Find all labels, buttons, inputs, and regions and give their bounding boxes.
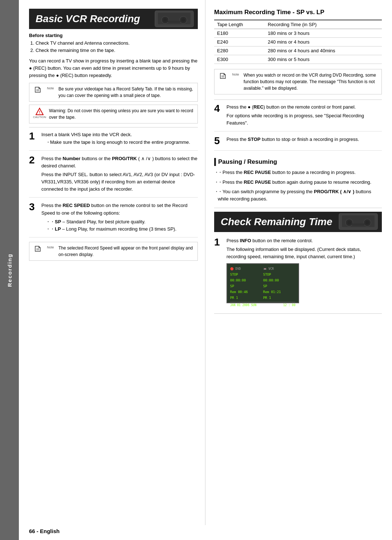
note-box-3: Note When you watch or record on the VCR… [214,69,382,94]
note-icon-2 [33,245,42,253]
screen-vcr-icon: 📼 VCR [263,267,295,271]
table-row: E300 300 mins or 5 hours [214,55,382,64]
check-banner-graphic [335,212,378,232]
step-3-bullet-lp: ・LP – Long Play, for maximum recording t… [46,226,198,233]
sidebar: Recording [0,0,19,540]
time-e240: 240 mins or 4 hours [265,38,382,46]
time-e280: 280 mins or 4 hours and 40mins [265,46,382,55]
basic-vcr-banner: Basic VCR Recording [29,9,198,29]
pausing-list: ・Press the REC PAUSE button to pause a r… [214,169,382,203]
screen-bottom-bar: JAN 01 2006 SUN 12 : 00 [230,302,295,308]
basic-vcr-title: Basic VCR Recording [36,13,140,25]
col-recording-time: Recording Time (in SP) [265,20,382,29]
page-number: 66 - English [29,528,60,534]
tape-e300: E300 [214,55,265,64]
note-box-1: Note Be sure your videotape has a Record… [29,83,198,102]
note-symbol-icon-3 [219,72,227,80]
note-box-2: Note The selected Record Speed will appe… [29,242,198,261]
screen-time: 12 : 00 [283,303,295,308]
note-symbol-icon [34,86,42,94]
screen-display: 🔴 DVD STOP 00:00:00 SP Rem 00:46 PR 1 📼 … [226,263,299,303]
screen-left-speed: SP [230,284,262,289]
step-3-content: Press the REC SPEED button on the remote… [41,202,198,233]
step-2-number: 2 [29,155,38,193]
check-step-1-content: Press INFO button on the remote control.… [226,237,382,303]
check-remaining-banner: Check Remaining Time [214,212,382,232]
step-3-bullets: ・SP – Standard Play, for best picture qu… [46,218,198,233]
bar-accent-icon [214,158,216,166]
intro-text: You can record a TV show in progress by … [29,57,198,79]
note-symbol-icon-2 [34,245,42,253]
pausing-item-3: ・You can switch programme by pressing th… [214,188,382,203]
screen-right-pr: PR 1 [263,296,295,301]
screen-left: 🔴 DVD STOP 00:00:00 SP Rem 00:46 PR 1 [230,267,262,300]
before-step-2: Check the remaining time on the tape. [36,47,198,54]
caution-text-1: Warning: Do not cover this opening unles… [49,107,194,121]
table-row: E180 180 mins or 3 hours [214,29,382,38]
before-starting-heading: Before starting [29,33,198,38]
tape-e240: E240 [214,38,265,46]
step-3-number: 3 [29,202,38,233]
time-e300: 300 mins or 5 hours [265,55,382,64]
sidebar-label: Recording [7,253,13,287]
table-row: E240 240 mins or 4 hours [214,38,382,46]
check-remaining-title: Check Remaining Time [221,216,332,228]
caution-box-1: ! CAUTION Warning: Do not cover this ope… [29,105,198,123]
pausing-heading-text: Pausing / Resuming [218,158,277,166]
screen-left-rem: Rem 00:46 [230,290,262,295]
step-4-sub: For options while recording is in progre… [226,112,382,127]
step-4-content: Press the ● (REC) button on the remote c… [226,103,382,127]
step-2: 2 Press the Number buttons or the PROG/T… [29,155,198,198]
svg-point-20 [366,221,369,224]
pausing-section: Pausing / Resuming ・Press the REC PAUSE … [214,155,382,203]
screen-left-status: STOP [230,272,262,277]
check-step-1: 1 Press INFO button on the remote contro… [214,237,382,308]
note-label-1: Note [45,86,56,90]
screen-right-status: STOP [263,272,295,277]
screen-dvd-icon: 🔴 DVD [230,267,262,271]
table-section: Maximum Recording Time - SP vs. LP Tape … [214,9,382,64]
table-heading: Maximum Recording Time - SP vs. LP [214,9,382,16]
page-footer: 66 - English [19,525,392,540]
screen-date: JAN 01 2006 SUN [230,303,256,308]
note-label-3: Note [230,73,241,76]
step-5-content: Press the STOP button to stop or finish … [226,136,382,146]
page: Recording Basic VCR Recording [0,0,392,540]
svg-text:!: ! [39,110,41,114]
time-e180: 180 mins or 3 hours [265,29,382,38]
step-1-main: Insert a blank VHS tape into the VCR dec… [41,132,132,137]
svg-point-3 [163,18,167,22]
tape-e280: E280 [214,46,265,55]
step-1: 1 Insert a blank VHS tape into the VCR d… [29,131,198,150]
step-2-sub: Press the INPUT SEL. button to select AV… [41,171,198,193]
step-5: 5 Press the STOP button to stop or finis… [214,136,382,151]
before-starting-list: Check TV channel and Antenna connections… [36,40,198,54]
table-row: E280 280 mins or 4 hours and 40mins [214,46,382,55]
main-content: Basic VCR Recording [19,0,392,540]
left-column: Basic VCR Recording [19,0,205,525]
caution-label: CAUTION [33,115,46,119]
step-3: 3 Press the REC SPEED button on the remo… [29,202,198,237]
svg-point-18 [347,221,351,224]
screen-left-time: 00:00:00 [230,278,262,283]
step-1-sub-list: Make sure the tape is long enough to rec… [46,139,198,146]
col-tape-length: Tape Length [214,20,265,29]
step-3-bullet-sp: ・SP – Standard Play, for best picture qu… [46,218,198,226]
step-1-content: Insert a blank VHS tape into the VCR dec… [41,131,198,146]
caution-icon: ! [36,107,44,115]
note-icon-3 [218,72,228,80]
screen-right-rem: Rem 01:21 [263,290,295,295]
pausing-item-2: ・Press the REC PAUSE button again during… [214,179,382,186]
step-2-main: Press the Number buttons or the PROG/TRK… [41,155,198,170]
svg-point-5 [181,18,185,22]
step-4: 4 Press the ● (REC) button on the remote… [214,103,382,131]
before-step-1: Check TV channel and Antenna connections… [36,40,198,47]
step-4-number: 4 [214,103,223,127]
check-step-1-sub: The following information will be displa… [226,246,382,260]
step-5-main: Press the STOP button to stop or finish … [226,136,382,143]
tape-e180: E180 [214,29,265,38]
note-text-3: When you watch or record on the VCR duri… [244,72,378,92]
step-1-sub-1: Make sure the tape is long enough to rec… [46,139,198,146]
screen-right-speed: SP [263,284,295,289]
right-column: Maximum Recording Time - SP vs. LP Tape … [205,0,392,525]
